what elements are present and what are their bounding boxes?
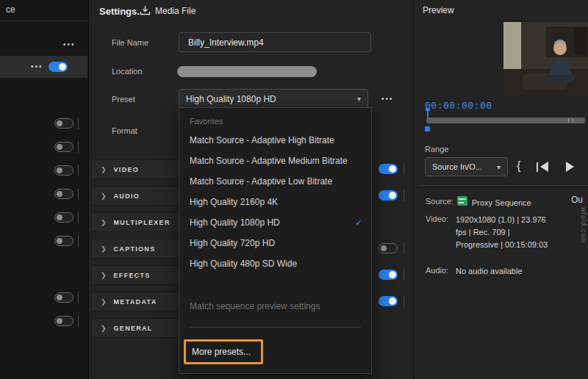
- range-label: Range: [425, 145, 448, 154]
- video-info-line1: 1920x1080 (1.0) | 23.976: [456, 214, 546, 226]
- sidebar-selected-row[interactable]: •••: [0, 56, 87, 78]
- divider: [404, 295, 404, 307]
- item-toggle[interactable]: [54, 118, 74, 129]
- section-label: METADATA: [114, 298, 157, 306]
- section-label: MULTIPLEXER: [114, 219, 171, 226]
- menu-item[interactable]: Match Source - Adaptive Medium Bitrate: [179, 151, 371, 171]
- divider: [78, 235, 79, 247]
- section-label: CAPTIONS: [114, 245, 156, 253]
- audio-value: No audio available: [456, 265, 523, 278]
- section-divider: [419, 185, 588, 186]
- divider: [78, 141, 79, 153]
- menu-item-selected[interactable]: High Quality 1080p HD ✓: [179, 212, 371, 233]
- location-label: Location: [112, 67, 143, 76]
- item-toggle[interactable]: [54, 316, 74, 326]
- chevron-right-icon: ❯: [101, 272, 107, 279]
- chevron-down-icon: ▾: [497, 163, 501, 171]
- panel-divider: [413, 0, 414, 379]
- preset-dropdown[interactable]: High Quality 1080p HD ▾: [179, 89, 368, 109]
- menu-item-label: Match Source - Adaptive Medium Bitrate: [190, 156, 348, 166]
- more-options-icon[interactable]: •••: [31, 62, 43, 71]
- menu-item[interactable]: Match Source - Adaptive Low Bitrate: [179, 171, 371, 192]
- chevron-right-icon: ❯: [101, 245, 107, 253]
- chevron-down-icon: ▾: [357, 95, 361, 103]
- menu-item[interactable]: High Quality 720p HD: [179, 233, 371, 253]
- menu-item-label: High Quality 1080p HD: [190, 217, 280, 228]
- chevron-right-icon: ❯: [101, 219, 107, 226]
- video-label: Video:: [426, 214, 448, 223]
- preview-panel-title: Preview: [423, 5, 454, 15]
- sidebar-truncated-label: ce: [6, 4, 15, 15]
- step-back-button[interactable]: [537, 162, 548, 172]
- divider: [78, 315, 79, 327]
- timeline-tick: [573, 118, 573, 123]
- file-name-input[interactable]: [179, 32, 371, 52]
- chevron-right-icon: ❯: [101, 192, 107, 200]
- file-name-label: File Name: [112, 38, 148, 47]
- range-dropdown[interactable]: Source In/O... ▾: [425, 157, 508, 176]
- set-range-icon[interactable]: {: [517, 159, 521, 173]
- tab-media-file[interactable]: Media File: [155, 6, 196, 16]
- playhead-line[interactable]: [427, 109, 429, 118]
- chevron-right-icon: ❯: [101, 325, 107, 332]
- menu-item-label: Match Source - Adaptive Low Bitrate: [190, 176, 332, 187]
- preset-more-options-icon[interactable]: •••: [381, 95, 394, 103]
- play-triangle-icon: [566, 162, 574, 172]
- menu-group-favorites: Favorites: [179, 112, 371, 130]
- item-toggle[interactable]: [54, 165, 74, 176]
- divider: [78, 118, 79, 129]
- divider: [78, 212, 79, 223]
- more-options-icon[interactable]: •••: [63, 40, 76, 48]
- checkmark-icon: ✓: [355, 217, 362, 228]
- item-toggle[interactable]: [54, 212, 74, 223]
- divider: [78, 292, 79, 303]
- more-presets-button[interactable]: More presets...: [184, 339, 263, 364]
- timeline-tick: [568, 118, 569, 123]
- audio-toggle[interactable]: [379, 190, 398, 201]
- format-label: Format: [112, 126, 137, 135]
- preset-menu: Favorites Match Source - Adaptive High B…: [179, 107, 372, 374]
- menu-item-label: Match Source - Adaptive High Bitrate: [190, 135, 334, 145]
- video-info-line3: Progressive | 00:15:09:03: [456, 239, 548, 251]
- menu-item-label: High Quality 480p SD Wide: [190, 259, 297, 269]
- preview-thumbnail[interactable]: [503, 22, 588, 95]
- item-toggle[interactable]: [54, 236, 74, 246]
- menu-divider: [190, 327, 361, 328]
- menu-item-label: High Quality 2160p 4K: [190, 197, 278, 207]
- divider: [404, 269, 404, 281]
- divider: [404, 190, 404, 201]
- location-value-redacted[interactable]: [177, 66, 317, 77]
- menu-item-label: High Quality 720p HD: [190, 238, 275, 248]
- item-toggle[interactable]: [54, 142, 74, 152]
- row-toggle[interactable]: [49, 62, 68, 72]
- menu-item[interactable]: Match Source - Adaptive High Bitrate: [179, 130, 371, 151]
- preset-dropdown-value: High Quality 1080p HD: [186, 94, 276, 104]
- step-back-bar: [537, 162, 538, 172]
- chevron-right-icon: ❯: [101, 298, 107, 306]
- item-toggle[interactable]: [54, 292, 74, 303]
- captions-toggle[interactable]: [379, 243, 398, 253]
- divider: [404, 242, 404, 254]
- menu-item[interactable]: High Quality 2160p 4K: [179, 192, 371, 212]
- source-label: Source:: [426, 197, 453, 206]
- audio-label: Audio:: [426, 266, 448, 275]
- chevron-right-icon: ❯: [101, 166, 107, 173]
- timecode-display[interactable]: 00:00:00:00: [425, 100, 492, 111]
- divider: [404, 163, 404, 175]
- playhead-knob[interactable]: [425, 126, 430, 131]
- video-toggle[interactable]: [379, 164, 398, 174]
- section-label: EFFECTS: [114, 272, 151, 279]
- output-heading-partial: Ou: [571, 194, 583, 206]
- effects-toggle[interactable]: [379, 270, 398, 280]
- source-value: Proxy Sequence: [472, 197, 531, 209]
- section-label: GENERAL: [114, 325, 153, 332]
- menu-item[interactable]: High Quality 480p SD Wide: [179, 253, 371, 274]
- step-back-triangle-icon: [540, 162, 548, 172]
- timeline-scrubber[interactable]: [426, 118, 585, 123]
- divider: [78, 188, 79, 200]
- video-info-line2: fps | Rec. 709 |: [456, 226, 510, 239]
- metadata-toggle[interactable]: [379, 296, 398, 306]
- sequence-icon: [457, 196, 467, 206]
- item-toggle[interactable]: [54, 189, 74, 199]
- play-button[interactable]: [566, 162, 574, 172]
